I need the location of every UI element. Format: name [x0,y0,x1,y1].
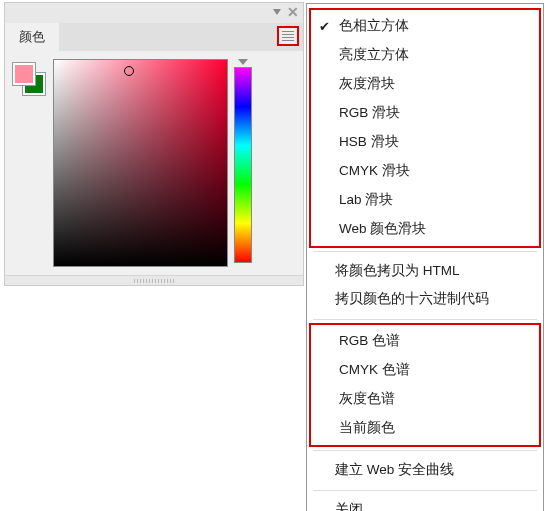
menu-group-close: 关闭 关闭选项卡组 [307,494,543,511]
menu-item-label: 建立 Web 安全曲线 [335,459,454,482]
menu-group-copy: 将颜色拷贝为 HTML 拷贝颜色的十六进制代码 [307,255,543,317]
menu-item-copy-html[interactable]: 将颜色拷贝为 HTML [307,257,543,286]
tab-color[interactable]: 颜色 [5,23,59,51]
menu-item-label: 灰度色谱 [339,388,395,411]
color-swatches[interactable] [13,63,47,97]
hue-strip[interactable] [234,67,252,263]
menu-group-websafe: 建立 Web 安全曲线 [307,454,543,487]
check-icon: ✔ [319,16,330,38]
menu-item-grayscale-spectrum[interactable]: 灰度色谱 [311,385,539,414]
menu-item-label: 色相立方体 [339,15,409,38]
hue-slider-wrap [234,59,252,267]
menu-item-copy-hex[interactable]: 拷贝颜色的十六进制代码 [307,285,543,314]
color-panel: ✕ 颜色 [4,2,304,286]
collapse-icon[interactable] [273,9,281,15]
panel-body [5,51,303,275]
menu-item-brightness-cube[interactable]: 亮度立方体 [311,41,539,70]
menu-separator [313,450,537,451]
picker-cursor-icon [124,66,134,76]
menu-item-label: Web 颜色滑块 [339,218,426,241]
menu-separator [313,490,537,491]
menu-item-label: 亮度立方体 [339,44,409,67]
menu-item-label: Lab 滑块 [339,189,393,212]
tab-row: 颜色 [5,23,303,51]
menu-item-cmyk-slider[interactable]: CMYK 滑块 [311,157,539,186]
foreground-swatch[interactable] [13,63,35,85]
panel-header: ✕ [5,3,303,23]
menu-item-hue-cube[interactable]: ✔ 色相立方体 [311,12,539,41]
menu-item-make-ramp-websafe[interactable]: 建立 Web 安全曲线 [307,456,543,485]
panel-resize-grip[interactable] [5,275,303,285]
menu-item-rgb-slider[interactable]: RGB 滑块 [311,99,539,128]
close-icon[interactable]: ✕ [287,5,299,19]
menu-item-label: 拷贝颜色的十六进制代码 [335,288,489,311]
menu-item-rgb-spectrum[interactable]: RGB 色谱 [311,327,539,356]
flyout-menu-button[interactable] [277,26,299,46]
menu-group-color-models: ✔ 色相立方体 亮度立方体 灰度滑块 RGB 滑块 HSB 滑块 CMYK 滑块… [309,8,541,248]
menu-item-label: CMYK 滑块 [339,160,410,183]
menu-item-label: 关闭 [335,499,363,511]
flyout-menu: ✔ 色相立方体 亮度立方体 灰度滑块 RGB 滑块 HSB 滑块 CMYK 滑块… [306,3,544,511]
menu-item-label: RGB 色谱 [339,330,400,353]
menu-separator [313,319,537,320]
menu-item-label: 灰度滑块 [339,73,395,96]
menu-item-label: CMYK 色谱 [339,359,410,382]
menu-item-label: 将颜色拷贝为 HTML [335,260,460,283]
grip-icon [134,279,174,283]
menu-item-close[interactable]: 关闭 [307,496,543,511]
menu-item-web-slider[interactable]: Web 颜色滑块 [311,215,539,244]
hue-slider-thumb-icon[interactable] [238,59,248,65]
menu-item-label: HSB 滑块 [339,131,399,154]
menu-item-cmyk-spectrum[interactable]: CMYK 色谱 [311,356,539,385]
menu-item-label: 当前颜色 [339,417,395,440]
menu-item-grayscale-slider[interactable]: 灰度滑块 [311,70,539,99]
menu-item-current-color[interactable]: 当前颜色 [311,414,539,443]
menu-group-spectrums: RGB 色谱 CMYK 色谱 灰度色谱 当前颜色 [309,323,541,447]
menu-separator [313,251,537,252]
menu-item-lab-slider[interactable]: Lab 滑块 [311,186,539,215]
color-field[interactable] [53,59,228,267]
menu-item-label: RGB 滑块 [339,102,400,125]
menu-item-hsb-slider[interactable]: HSB 滑块 [311,128,539,157]
